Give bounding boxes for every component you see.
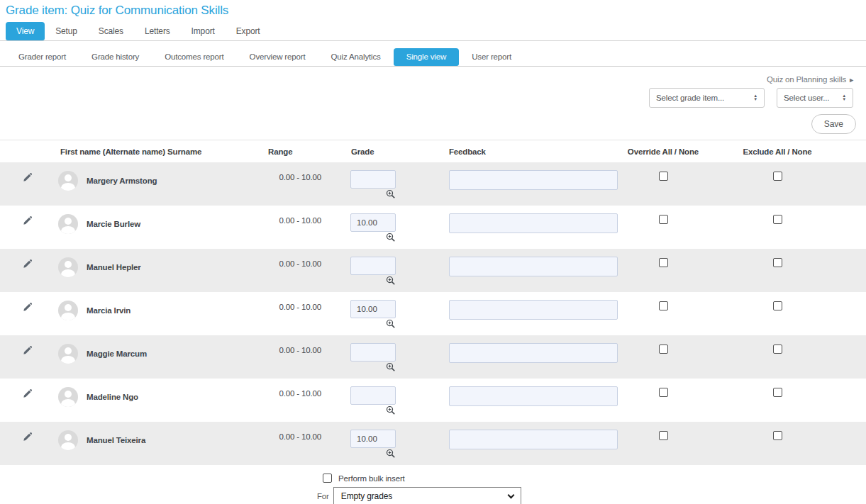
exclude-checkbox[interactable] (773, 172, 782, 181)
next-item-row: Quiz on Planning skills ► (0, 67, 866, 84)
avatar (58, 214, 78, 234)
edit-pencil-icon[interactable] (22, 302, 33, 313)
zoom-in-icon[interactable] (386, 276, 396, 286)
updown-arrows-icon: ▲▼ (842, 94, 846, 101)
student-name: Margery Armstong (87, 171, 157, 191)
tab-grade-history[interactable]: Grade history (79, 48, 152, 66)
edit-pencil-icon[interactable] (22, 345, 33, 356)
tab-setup[interactable]: Setup (45, 22, 88, 40)
exclude-checkbox[interactable] (773, 215, 782, 224)
student-name: Manuel Teixeira (87, 430, 145, 450)
secondary-tabbar: Grader report Grade history Outcomes rep… (0, 48, 866, 67)
avatar (58, 257, 78, 277)
bulk-insert-section: Perform bulk insert For Empty grades (0, 465, 866, 504)
header-name: First name (Alternate name) Surname (53, 140, 259, 162)
student-name: Manuel Hepler (87, 257, 141, 277)
tab-grader-report[interactable]: Grader report (6, 48, 79, 66)
header-exclude-all-none[interactable]: Exclude All / None (709, 140, 845, 162)
feedback-input[interactable] (449, 300, 618, 320)
tab-letters[interactable]: Letters (134, 22, 181, 40)
grade-input[interactable] (350, 386, 396, 405)
exclude-checkbox[interactable] (773, 431, 782, 440)
zoom-in-icon[interactable] (386, 189, 396, 199)
chevron-down-icon (507, 491, 514, 498)
feedback-input[interactable] (449, 170, 618, 190)
zoom-in-icon[interactable] (386, 449, 396, 459)
table-row: Manuel Teixeira 0.00 - 10.00 (0, 422, 866, 465)
grade-input[interactable] (350, 257, 396, 275)
override-checkbox[interactable] (659, 258, 668, 267)
save-button[interactable]: Save (811, 114, 856, 134)
avatar (58, 387, 78, 407)
grade-input[interactable] (350, 170, 396, 189)
page-title: Grade item: Quiz for Communication Skill… (6, 3, 866, 18)
tab-single-view[interactable]: Single view (394, 48, 460, 66)
table-row: Manuel Hepler 0.00 - 10.00 (0, 249, 866, 292)
student-name: Madeline Ngo (87, 387, 138, 407)
table-row: Marcia Irvin 0.00 - 10.00 (0, 292, 866, 335)
override-checkbox[interactable] (659, 388, 668, 397)
edit-pencil-icon[interactable] (22, 432, 33, 442)
tab-import[interactable]: Import (181, 22, 226, 40)
edit-pencil-icon[interactable] (22, 388, 33, 399)
header-edit-spacer (0, 140, 53, 162)
tab-user-report[interactable]: User report (459, 48, 524, 66)
feedback-input[interactable] (449, 257, 618, 276)
override-checkbox[interactable] (659, 172, 668, 181)
avatar (58, 344, 78, 364)
feedback-input[interactable] (449, 430, 618, 449)
range-value: 0.00 - 10.00 (259, 292, 330, 335)
exclude-checkbox[interactable] (773, 301, 782, 310)
grade-item-select[interactable]: Select grade item... ▲▼ (649, 88, 765, 108)
save-row: Save (0, 114, 856, 134)
table-row: Margery Armstong 0.00 - 10.00 (0, 162, 866, 206)
table-row: Madeline Ngo 0.00 - 10.00 (0, 379, 866, 422)
perform-bulk-insert-checkbox[interactable] (323, 474, 332, 483)
header-feedback: Feedback (422, 140, 617, 162)
updown-arrows-icon: ▲▼ (753, 94, 757, 101)
single-view-page: Grade item: Quiz for Communication Skill… (0, 3, 866, 504)
feedback-input[interactable] (449, 386, 618, 406)
bulk-insert-select-value: Empty grades (341, 491, 392, 501)
tab-view[interactable]: View (6, 22, 45, 40)
edit-pencil-icon[interactable] (22, 172, 33, 183)
avatar (58, 301, 78, 320)
override-checkbox[interactable] (659, 345, 668, 354)
range-value: 0.00 - 10.00 (259, 249, 330, 292)
zoom-in-icon[interactable] (386, 319, 396, 329)
bulk-insert-select[interactable]: Empty grades (333, 487, 521, 504)
tab-scales[interactable]: Scales (88, 22, 134, 40)
exclude-checkbox[interactable] (773, 258, 782, 267)
table-row: Maggie Marcum 0.00 - 10.00 (0, 335, 866, 379)
exclude-checkbox[interactable] (773, 388, 782, 397)
student-name: Marcie Burlew (87, 214, 140, 234)
edit-pencil-icon[interactable] (22, 215, 33, 226)
range-value: 0.00 - 10.00 (259, 422, 330, 465)
user-select[interactable]: Select user... ▲▼ (777, 88, 853, 108)
perform-bulk-insert-label: Perform bulk insert (338, 474, 405, 483)
tab-outcomes-report[interactable]: Outcomes report (152, 48, 236, 66)
header-range: Range (259, 140, 330, 162)
tab-quiz-analytics[interactable]: Quiz Analytics (318, 48, 394, 66)
override-checkbox[interactable] (659, 215, 668, 224)
grade-input[interactable] (350, 213, 396, 232)
override-checkbox[interactable] (659, 431, 668, 440)
zoom-in-icon[interactable] (386, 362, 396, 372)
grade-input[interactable] (350, 430, 396, 448)
header-override-all-none[interactable]: Override All / None (617, 140, 709, 162)
grade-input[interactable] (350, 343, 396, 362)
next-grade-item-link[interactable]: Quiz on Planning skills ► (767, 75, 855, 84)
edit-pencil-icon[interactable] (22, 259, 33, 269)
grade-input[interactable] (350, 300, 396, 318)
exclude-checkbox[interactable] (773, 345, 782, 354)
feedback-input[interactable] (449, 213, 618, 233)
zoom-in-icon[interactable] (386, 233, 396, 242)
override-checkbox[interactable] (659, 301, 668, 310)
zoom-in-icon[interactable] (386, 405, 396, 415)
tab-overview-report[interactable]: Overview report (237, 48, 318, 66)
feedback-input[interactable] (449, 343, 618, 363)
grade-item-select-value: Select grade item... (656, 94, 724, 102)
tab-export[interactable]: Export (226, 22, 271, 40)
header-grade: Grade (330, 140, 422, 162)
range-value: 0.00 - 10.00 (259, 379, 330, 422)
